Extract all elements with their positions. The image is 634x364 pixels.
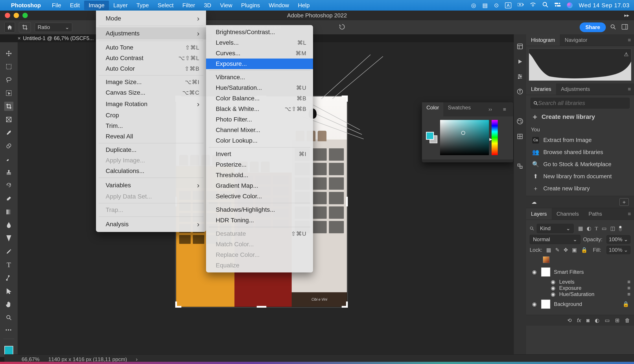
delete-layer-icon[interactable]: 🗑 <box>625 317 630 324</box>
filter-settings-icon[interactable]: ≡ <box>628 291 630 297</box>
panel-menu-icon[interactable]: ≡ <box>625 34 634 46</box>
group-icon[interactable]: ▭ <box>605 317 610 324</box>
filter-smart-icon[interactable]: ◫ <box>610 225 615 232</box>
play-icon[interactable] <box>517 58 523 66</box>
marquee-tool-icon[interactable] <box>4 62 14 71</box>
status-more-icon[interactable]: › <box>136 356 138 362</box>
minimize-window-button[interactable] <box>14 13 19 18</box>
lib-stock[interactable]: 🔍Go to Stock & Marketplace <box>526 158 634 170</box>
close-window-button[interactable] <box>5 13 10 18</box>
opacity-value[interactable]: 100%⌄ <box>606 235 630 244</box>
panel-menu-icon[interactable]: ≡ <box>625 84 634 95</box>
eyedropper-tool-icon[interactable] <box>4 128 14 137</box>
swatches-icon[interactable] <box>517 118 523 126</box>
macos-menubar[interactable]: Photoshop File Edit Image Layer Type Sel… <box>0 0 634 10</box>
more-tools-icon[interactable]: ••• <box>6 328 12 332</box>
menu-item-shadows-highlights[interactable]: Shadows/Highlights... <box>206 204 313 215</box>
hand-tool-icon[interactable] <box>4 300 14 309</box>
brush-tool-icon[interactable] <box>4 154 14 164</box>
visibility-icon[interactable]: ◉ <box>551 279 556 285</box>
home-button[interactable] <box>4 22 15 32</box>
share-button[interactable]: Share <box>580 22 606 32</box>
siri-icon[interactable] <box>567 2 572 8</box>
menu-item-black-white[interactable]: Black & White...⌥⇧⌘B <box>206 104 313 114</box>
hue-slider[interactable]: ▶ <box>492 120 498 155</box>
menu-item-duplicate[interactable]: Duplicate... <box>96 144 206 155</box>
smart-filters-row[interactable]: ◉ Smart Filters <box>530 265 630 279</box>
menu-item-reveal-all[interactable]: Reveal All <box>96 131 206 142</box>
menu-item-curves[interactable]: Curves...⌘M <box>206 48 313 58</box>
menu-layer[interactable]: Layer <box>109 1 132 10</box>
menu-item-variables[interactable]: Variables <box>96 179 206 191</box>
layers-tab[interactable]: Layers <box>526 208 552 220</box>
close-tab-icon[interactable]: × <box>18 35 21 41</box>
menu-image[interactable]: Image <box>84 1 109 10</box>
menu-item-photo-filter[interactable]: Photo Filter... <box>206 114 313 125</box>
menu-item-color-lookup[interactable]: Color Lookup... <box>206 135 313 146</box>
libraries-tab[interactable]: Libraries <box>526 84 556 95</box>
menu-item-hue-saturation[interactable]: Hue/Saturation...⌘U <box>206 82 313 93</box>
adjustments-submenu[interactable]: Brightness/Contrast...Levels...⌘LCurves.… <box>206 25 313 272</box>
cc-icon[interactable]: ◎ <box>471 2 476 9</box>
object-select-tool-icon[interactable] <box>4 88 14 98</box>
visibility-icon[interactable]: ◉ <box>551 285 556 291</box>
pen-tool-icon[interactable] <box>4 247 14 256</box>
ratio-dropdown[interactable]: Ratio⌄ <box>35 23 72 32</box>
menu-item-vibrance[interactable]: Vibrance... <box>206 72 313 82</box>
lib-create-new[interactable]: ＋Create new library <box>526 182 634 194</box>
smart-object-indicator[interactable] <box>530 254 630 265</box>
menu-item-auto-contrast[interactable]: Auto Contrast⌥⇧⌘L <box>96 53 206 64</box>
menu-item-hdr-toning[interactable]: HDR Toning... <box>206 215 313 226</box>
visibility-icon[interactable]: ◉ <box>531 301 538 307</box>
menu-item-levels[interactable]: Levels...⌘L <box>206 38 313 48</box>
path-tool-icon[interactable] <box>4 273 14 282</box>
menu-filter[interactable]: Filter <box>178 1 200 10</box>
filter-exposure[interactable]: ◉Exposure≡ <box>530 285 630 291</box>
blend-mode-dropdown[interactable]: Normal⌄ <box>530 235 580 244</box>
lib-browse-shared[interactable]: 👥Browse shared libraries <box>526 146 634 158</box>
grid-icon[interactable] <box>517 133 523 140</box>
zoom-tool-icon[interactable] <box>4 313 14 322</box>
filter-settings-icon[interactable]: ≡ <box>628 285 630 291</box>
saturation-value-picker[interactable] <box>440 120 489 155</box>
menu-item-threshold[interactable]: Threshold... <box>206 170 313 180</box>
menu-item-posterize[interactable]: Posterize... <box>206 159 313 170</box>
lib-new-from-doc[interactable]: ⬆New library from document <box>526 170 634 182</box>
menu-item-image-size[interactable]: Image Size...⌥⌘I <box>96 77 206 87</box>
filter-shape-icon[interactable]: ▭ <box>602 225 607 232</box>
reset-crop-icon[interactable] <box>338 23 346 31</box>
lock-trans-icon[interactable]: ▦ <box>546 247 551 253</box>
document-tab[interactable]: × Untitled-1 @ 66,7% (DSCF5... <box>18 34 94 42</box>
menu-item-canvas-size[interactable]: Canvas Size...⌥⌘C <box>96 87 206 98</box>
document-dimensions[interactable]: 1140 px x 1416 px (118,11 ppcm) <box>48 356 127 362</box>
app-menu[interactable]: Photoshop <box>11 2 41 9</box>
search-icon[interactable] <box>610 24 616 30</box>
menu-item-invert[interactable]: Invert⌘I <box>206 149 313 159</box>
stamp-tool-icon[interactable] <box>4 168 14 177</box>
menu-item-brightness-contrast[interactable]: Brightness/Contrast... <box>206 27 313 38</box>
filter-mask-thumb[interactable] <box>541 268 550 277</box>
align-icon[interactable] <box>517 163 523 170</box>
workspace-icon[interactable] <box>622 24 628 30</box>
lock-nest-icon[interactable]: ▣ <box>572 247 577 253</box>
color-panel[interactable]: Color Swatches ››≡ ▶ <box>422 102 513 162</box>
menu-item-image-rotation[interactable]: Image Rotation <box>96 98 206 110</box>
lock-move-icon[interactable]: ✥ <box>564 247 568 253</box>
type-tool-icon[interactable]: T <box>4 260 14 269</box>
adjustments-tab[interactable]: Adjustments <box>556 84 595 95</box>
menu-item-crop[interactable]: Crop <box>96 110 206 120</box>
filter-image-icon[interactable]: ▦ <box>578 225 583 232</box>
spotlight-icon[interactable] <box>542 2 548 9</box>
menu-window[interactable]: Window <box>264 1 294 10</box>
lasso-tool-icon[interactable] <box>4 75 14 84</box>
menu-type[interactable]: Type <box>132 1 153 10</box>
image-menu-dropdown[interactable]: ModeAdjustmentsAuto Tone⇧⌘LAuto Contrast… <box>96 10 206 232</box>
menu-item-color-balance[interactable]: Color Balance...⌘B <box>206 93 313 104</box>
play-icon[interactable]: ⊙ <box>494 2 499 9</box>
menu-help[interactable]: Help <box>294 1 314 10</box>
navigator-tab[interactable]: Navigator <box>560 34 592 46</box>
cloud-icon[interactable]: ☁ <box>532 199 537 205</box>
panel-collapse-icon[interactable]: ›› <box>484 104 496 115</box>
layer-thumb[interactable] <box>541 300 550 309</box>
new-layer-icon[interactable]: ⊞ <box>615 317 620 324</box>
